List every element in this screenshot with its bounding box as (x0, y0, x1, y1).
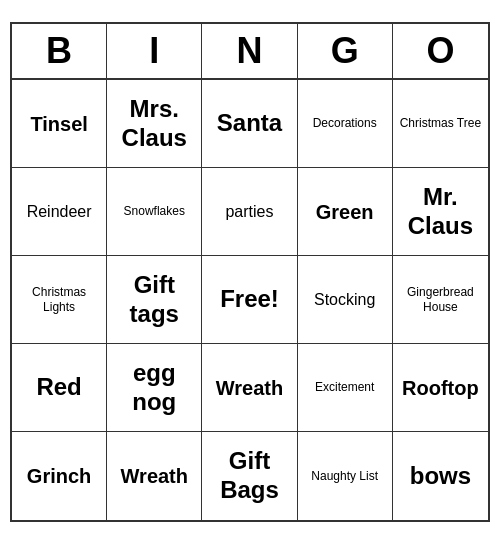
cell-label: Santa (217, 109, 282, 138)
cell-label: Grinch (27, 464, 91, 488)
bingo-cell: Green (298, 168, 393, 256)
bingo-cell: Tinsel (12, 80, 107, 168)
cell-label: Gift tags (111, 271, 197, 329)
header-letter: I (107, 24, 202, 78)
cell-label: Excitement (315, 380, 374, 394)
cell-label: Naughty List (311, 469, 378, 483)
header-letter: O (393, 24, 488, 78)
bingo-cell: Mrs.Claus (107, 80, 202, 168)
cell-label: Red (36, 373, 81, 402)
bingo-cell: bows (393, 432, 488, 520)
cell-label: Tinsel (30, 112, 87, 136)
bingo-cell: Wreath (107, 432, 202, 520)
cell-label: Free! (220, 285, 279, 314)
bingo-cell: Gift tags (107, 256, 202, 344)
cell-label: Gingerbread House (397, 285, 484, 314)
cell-label: Rooftop (402, 376, 479, 400)
cell-label: Christmas Lights (16, 285, 102, 314)
header-letter: N (202, 24, 297, 78)
bingo-card: BINGO TinselMrs.ClausSantaDecorationsChr… (10, 22, 490, 522)
cell-label: bows (410, 462, 471, 491)
bingo-cell: egg nog (107, 344, 202, 432)
bingo-cell: Grinch (12, 432, 107, 520)
bingo-cell: Decorations (298, 80, 393, 168)
header-letter: G (298, 24, 393, 78)
bingo-cell: Wreath (202, 344, 297, 432)
bingo-cell: Rooftop (393, 344, 488, 432)
cell-label: Wreath (216, 376, 283, 400)
cell-label: Stocking (314, 290, 375, 309)
header-letter: B (12, 24, 107, 78)
bingo-cell: Free! (202, 256, 297, 344)
cell-label: parties (225, 202, 273, 221)
bingo-cell: Snowflakes (107, 168, 202, 256)
cell-label: Gift Bags (206, 447, 292, 505)
cell-label: Decorations (313, 116, 377, 130)
bingo-cell: Gingerbread House (393, 256, 488, 344)
bingo-cell: Christmas Lights (12, 256, 107, 344)
bingo-cell: Naughty List (298, 432, 393, 520)
bingo-cell: Reindeer (12, 168, 107, 256)
cell-label: Mr.Claus (408, 183, 473, 241)
bingo-header: BINGO (12, 24, 488, 80)
bingo-grid: TinselMrs.ClausSantaDecorationsChristmas… (12, 80, 488, 520)
cell-label: Mrs.Claus (122, 95, 187, 153)
bingo-cell: Gift Bags (202, 432, 297, 520)
bingo-cell: Red (12, 344, 107, 432)
bingo-cell: Christmas Tree (393, 80, 488, 168)
bingo-cell: parties (202, 168, 297, 256)
cell-label: Green (316, 200, 374, 224)
cell-label: Wreath (121, 464, 188, 488)
bingo-cell: Santa (202, 80, 297, 168)
cell-label: Snowflakes (124, 204, 185, 218)
cell-label: Christmas Tree (400, 116, 481, 130)
cell-label: Reindeer (27, 202, 92, 221)
cell-label: egg nog (111, 359, 197, 417)
bingo-cell: Excitement (298, 344, 393, 432)
bingo-cell: Stocking (298, 256, 393, 344)
bingo-cell: Mr.Claus (393, 168, 488, 256)
